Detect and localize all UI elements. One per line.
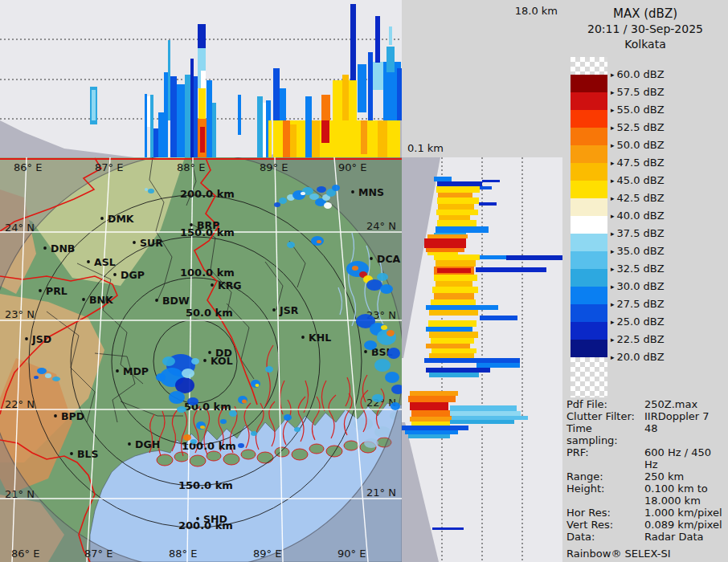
tick-arrow-icon: ▸ — [611, 194, 615, 202]
echo-bar — [479, 202, 497, 206]
station-label: BNK — [89, 294, 114, 306]
station-label: DMK — [108, 213, 135, 225]
echo-bar — [405, 430, 458, 434]
station-dot — [301, 336, 305, 339]
info-label: Hor Res: — [566, 507, 644, 519]
echo-bar — [373, 62, 383, 90]
lat-label: 24° N — [5, 222, 35, 234]
echo-bar — [397, 68, 402, 120]
info-label: Clutter Filter: — [566, 410, 644, 422]
station-label: DNB — [51, 242, 75, 255]
echo-blob — [287, 242, 295, 248]
echo-bar — [429, 353, 474, 358]
echo-blob — [145, 188, 148, 191]
echo-blob — [366, 279, 382, 291]
max-height-label: 18.0 km — [511, 5, 558, 17]
info-label: Range: — [566, 470, 644, 483]
echo-bar — [432, 287, 478, 293]
station-label: JSR — [279, 304, 299, 316]
station-dot — [113, 273, 117, 276]
scale-label: ▸55.0 dBZ — [611, 104, 665, 116]
scale-label: ▸60.0 dBZ — [611, 68, 665, 80]
info-value: 250 km — [644, 470, 684, 483]
scale-swatch — [571, 304, 607, 322]
scale-label: ▸52.5 dBZ — [611, 121, 665, 133]
station-dot — [211, 283, 214, 287]
echo-blob — [309, 193, 319, 200]
software-name: Rainbow® SELEX-SI — [566, 548, 727, 560]
echo-bar — [410, 417, 455, 422]
echo-bar — [361, 120, 367, 154]
echo-blob — [332, 185, 340, 191]
lon-label: 87° E — [95, 161, 123, 173]
scale-swatch — [571, 287, 607, 304]
echo-bar — [426, 368, 490, 373]
echo-blob — [45, 373, 51, 378]
echo-bar — [434, 275, 477, 281]
info-row: Data:Radar Data — [566, 531, 727, 543]
echo-bar — [436, 186, 480, 193]
info-row: Hor Res:1.000 km/pixel — [566, 507, 727, 519]
tick-arrow-icon: ▸ — [611, 159, 615, 167]
echo-blob — [387, 348, 400, 359]
scale-swatch — [571, 75, 607, 92]
tick-arrow-icon: ▸ — [611, 71, 615, 79]
echo-bar — [200, 127, 205, 153]
echo-bar — [153, 128, 158, 157]
scale-label: ▸47.5 dBZ — [611, 157, 665, 169]
info-label: Height: — [566, 483, 644, 507]
echo-blob — [190, 439, 197, 444]
echo-blob — [301, 192, 305, 195]
echo-bar — [190, 59, 194, 157]
radar-map-panel: 86° E87° E88° E89° E90° E86° E87° E88° E… — [0, 157, 402, 562]
echo-bar — [290, 124, 297, 157]
echo-bar — [437, 198, 479, 204]
scale-swatch — [571, 322, 607, 340]
station-dot — [54, 414, 57, 417]
station-label: KHL — [309, 332, 331, 344]
echo-bar — [436, 210, 478, 215]
station-label: PRL — [46, 285, 67, 297]
echo-blob — [380, 284, 393, 294]
echo-bar — [426, 327, 472, 332]
echo-bar — [450, 411, 521, 416]
echo-blob — [317, 240, 321, 243]
echo-blob — [169, 391, 185, 404]
echo-blob — [191, 358, 199, 364]
info-row: Time sampling:48 — [566, 422, 727, 446]
right-profile-chart — [402, 157, 562, 562]
station-label: MDP — [123, 365, 149, 377]
echo-bar — [436, 260, 476, 267]
echo-bar — [476, 363, 520, 368]
station-label: BPD — [61, 410, 84, 422]
info-row: Height:0.100 km to 18.000 km — [566, 483, 727, 507]
lat-label: 21° N — [5, 488, 35, 500]
station-dot — [25, 337, 28, 340]
echo-blob — [220, 419, 227, 424]
echo-bar — [438, 193, 472, 198]
echo-bar — [431, 348, 476, 353]
scale-label: ▸25.0 dBZ — [611, 316, 665, 328]
station-dot — [272, 308, 276, 312]
echo-bar — [432, 527, 464, 530]
range-ring-label: 200.0 km — [180, 188, 235, 200]
echo-blob — [251, 380, 260, 388]
scale-swatch — [571, 234, 607, 251]
echo-blob — [256, 384, 260, 387]
echo-bar — [375, 16, 380, 63]
echo-bar — [436, 226, 489, 233]
echo-bar — [158, 112, 164, 157]
tick-arrow-icon: ▸ — [611, 177, 615, 185]
echo-bar — [452, 416, 528, 420]
lon-label: 87° E — [84, 548, 112, 560]
echo-bar — [426, 248, 464, 252]
tick-arrow-icon: ▸ — [611, 88, 615, 96]
echo-blob — [200, 426, 205, 429]
tick-arrow-icon: ▸ — [611, 353, 615, 361]
echo-blob — [391, 402, 400, 410]
echo-blob — [265, 366, 273, 373]
station-label: ASL — [94, 256, 116, 268]
echo-blob — [279, 198, 287, 204]
echo-bar — [185, 75, 190, 157]
echo-bar — [198, 88, 206, 119]
